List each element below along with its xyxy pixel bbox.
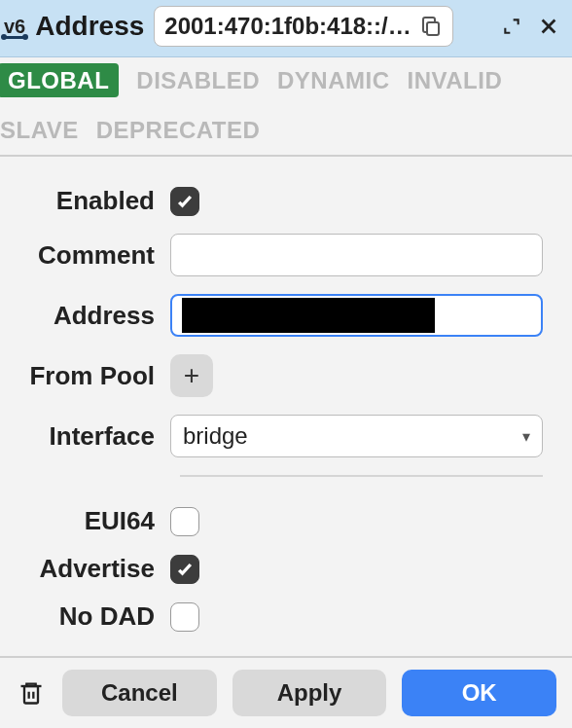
title-address-pill: 2001:470:1f0b:418::/…	[154, 6, 452, 47]
chevron-down-icon: ▾	[522, 427, 530, 446]
close-icon[interactable]	[535, 13, 562, 40]
interface-select[interactable]: bridge ▾	[170, 415, 543, 457]
expand-icon[interactable]	[498, 13, 525, 40]
plus-icon: +	[184, 360, 199, 391]
address-label: Address	[0, 301, 170, 331]
dialog-footer: Cancel Apply OK	[0, 656, 572, 728]
status-deprecated: DEPRECATED	[96, 115, 261, 145]
page-title: Address	[35, 11, 144, 42]
interface-label: Interface	[0, 421, 170, 452]
address-form: Enabled Comment Address From Pool + Inte…	[0, 157, 572, 632]
interface-value: bridge	[183, 422, 248, 450]
status-disabled: DISABLED	[136, 65, 260, 95]
status-invalid: INVALID	[408, 65, 503, 95]
no-dad-label: No DAD	[0, 601, 170, 632]
comment-label: Comment	[0, 240, 170, 271]
advertise-label: Advertise	[0, 554, 170, 584]
enabled-label: Enabled	[0, 186, 170, 216]
advertise-checkbox[interactable]	[170, 555, 199, 584]
comment-input[interactable]	[170, 234, 543, 276]
ok-button[interactable]: OK	[402, 670, 556, 716]
eui64-label: EUI64	[0, 506, 170, 536]
svg-rect-0	[427, 22, 439, 35]
status-global: GLOBAL	[0, 63, 119, 97]
svg-rect-1	[24, 686, 38, 704]
apply-button[interactable]: Apply	[232, 670, 387, 716]
status-dynamic: DYNAMIC	[277, 65, 390, 95]
cancel-button[interactable]: Cancel	[62, 670, 217, 716]
address-input[interactable]	[170, 294, 543, 337]
ipv6-icon: v6	[4, 15, 25, 39]
eui64-checkbox[interactable]	[170, 507, 199, 536]
title-address-text: 2001:470:1f0b:418::/…	[164, 13, 411, 40]
status-slave: SLAVE	[0, 115, 79, 145]
form-divider	[180, 475, 543, 477]
copy-icon[interactable]	[419, 15, 443, 38]
no-dad-checkbox[interactable]	[170, 602, 199, 632]
enabled-checkbox[interactable]	[170, 187, 199, 216]
delete-button[interactable]	[16, 677, 47, 709]
from-pool-add-button[interactable]: +	[170, 354, 213, 397]
from-pool-label: From Pool	[0, 361, 170, 391]
titlebar: v6 Address 2001:470:1f0b:418::/…	[0, 0, 572, 57]
status-strip: GLOBAL DISABLED DYNAMIC INVALID SLAVE DE…	[0, 57, 572, 157]
